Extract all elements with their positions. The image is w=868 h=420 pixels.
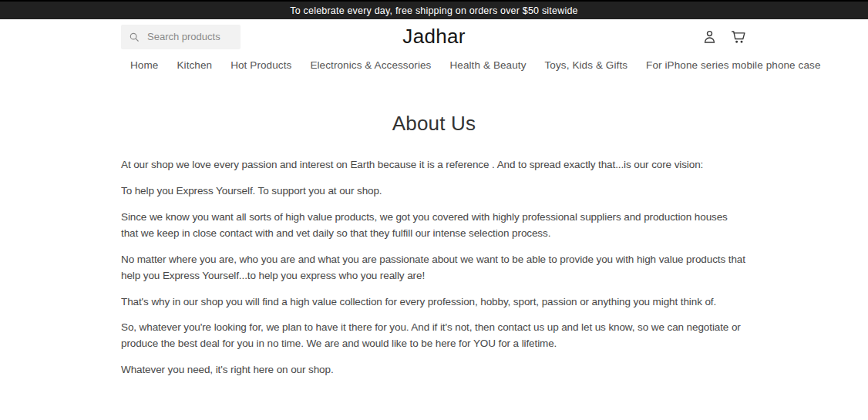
about-paragraph: So, whatever you're looking for, we plan… [121,320,747,352]
about-paragraph: To help you Express Yourself. To support… [121,183,747,200]
store-logo[interactable]: Jadhar [402,25,465,49]
account-button[interactable] [701,29,718,45]
nav-item-home[interactable]: Home [130,59,158,71]
about-paragraph: Whatever you need, it's right here on ou… [121,362,747,378]
search-box[interactable] [121,25,241,49]
page-title: About Us [121,112,747,136]
main-nav: Home Kitchen Hot Products Electronics & … [121,54,747,81]
account-icon [701,29,718,45]
nav-item-hot-products[interactable]: Hot Products [230,59,291,71]
search-input[interactable] [146,30,230,43]
about-page: About Us At our shop we love every passi… [121,112,747,420]
cart-icon [730,29,747,45]
about-paragraph: Since we know you want all sorts of high… [121,210,747,242]
header-icons [701,29,747,45]
nav-item-toys-kids-gifts[interactable]: Toys, Kids & Gifts [545,59,628,71]
announcement-bar: To celebrate every day, free shipping on… [0,0,868,19]
about-paragraph: No matter where you are, who you are and… [121,252,747,284]
nav-item-kitchen[interactable]: Kitchen [177,59,212,71]
nav-item-health-beauty[interactable]: Health & Beauty [449,59,526,71]
about-paragraph: At our shop we love every passion and in… [121,157,747,173]
announcement-text: To celebrate every day, free shipping on… [290,5,577,16]
nav-item-electronics-accessories[interactable]: Electronics & Accessories [310,59,431,71]
cart-button[interactable] [730,29,747,45]
about-paragraph: That's why in our shop you will find a h… [121,294,747,311]
nav-item-iphone-case[interactable]: For iPhone series mobile phone case [646,59,820,71]
site-header: Jadhar Home Kitchen Hot Products Ele [0,19,868,81]
search-icon [129,32,140,42]
